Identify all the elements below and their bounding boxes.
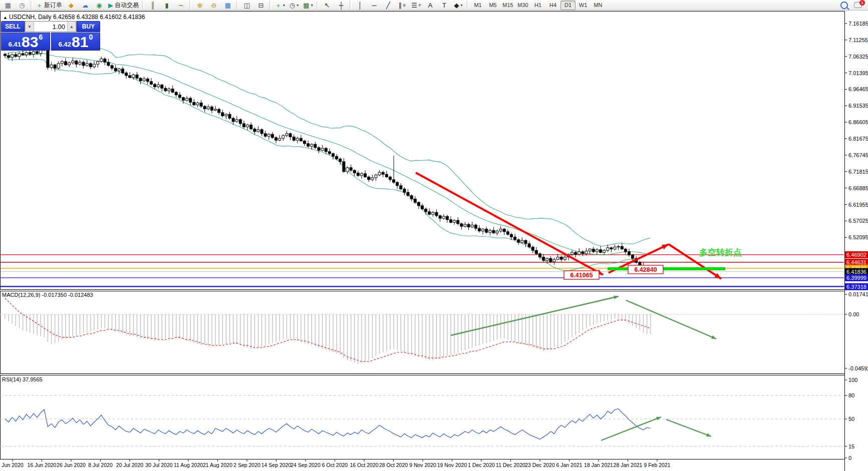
buy-price-sup: 0 [89, 33, 93, 41]
macd-axis-label: 0.017414 [848, 291, 868, 297]
price-badge-6.44631: 6.44631 [845, 259, 868, 266]
sell-price-small: 6.41 [9, 41, 21, 48]
sell-price-big: 83 [22, 35, 38, 49]
price-tick-label: 6.86605 [848, 119, 868, 125]
date-label[interactable]: 18 Jan 2021 [584, 462, 613, 468]
chart-canvas[interactable]: 7.161857.112557.063257.013956.964656.915… [0, 0, 868, 471]
pivot-point-text[interactable]: 多空转折点 [699, 247, 742, 257]
date-label[interactable]: 28 Oct 2020 [379, 462, 408, 468]
volume-input[interactable]: 1.00 [34, 22, 67, 32]
price-box-6.42840[interactable]: 6.42840 [628, 265, 663, 274]
volume-control: ▼ 1.00 ▲ [25, 21, 77, 32]
rsi-axis-label: 15 [848, 443, 854, 449]
rsi-panel-frame [1, 375, 845, 459]
price-tick-label: 6.71815 [848, 169, 868, 175]
date-label[interactable]: 9 Feb 2021 [644, 462, 670, 468]
price-tick-label: 6.76745 [848, 152, 868, 158]
date-label[interactable]: 26 Jun 2020 [57, 462, 86, 468]
price-tick-label: 6.96465 [848, 86, 868, 92]
date-label[interactable]: 23 Dec 2020 [525, 462, 555, 468]
support-bar[interactable] [608, 267, 725, 270]
sell-button[interactable]: SELL [1, 21, 25, 32]
price-tick-label: 7.06325 [848, 54, 868, 60]
buy-price[interactable]: 6.42 81 0 [51, 33, 100, 51]
price-tick-label: 6.57025 [848, 218, 868, 224]
price-tick-label: 6.66885 [848, 185, 868, 191]
svg-text:6.46902: 6.46902 [846, 252, 866, 258]
rsi-indicator-label: RSI(14) 37.9565 [2, 376, 43, 382]
date-label[interactable]: 19 Nov 2020 [437, 462, 467, 468]
date-label[interactable]: 20 Jul 2020 [116, 462, 143, 468]
date-label[interactable]: 8 Jul 2020 [88, 462, 113, 468]
buy-price-small: 6.42 [59, 41, 71, 48]
macd-indicator-label: MACD(12,26,9) -0.017350 -0.012483 [2, 292, 93, 298]
rsi-axis-label: 80 [848, 392, 854, 398]
price-box-6.41065[interactable]: 6.41065 [564, 271, 599, 279]
symbol-ohlc-label: USDCNH, Daily 6.42658 6.43288 6.41602 6.… [9, 14, 145, 21]
price-tick-label: 6.52095 [848, 234, 868, 240]
price-badge-6.37318: 6.37318 [845, 283, 868, 290]
price-tick-label: 7.11255 [848, 37, 868, 43]
date-label[interactable]: 16 Jun 2020 [28, 462, 57, 468]
date-label[interactable]: 14 Sep 2020 [261, 462, 292, 468]
price-badge-6.41836: 6.41836 [845, 268, 868, 275]
price-badge-6.39999: 6.39999 [845, 274, 868, 281]
date-label[interactable]: 6 Oct 2020 [322, 462, 348, 468]
one-click-trading-panel: SELL ▼ 1.00 ▲ BUY 6.41 83 6 6.42 81 0 [1, 21, 100, 51]
date-label[interactable]: 28 Jan 2021 [614, 462, 643, 468]
date-label[interactable]: Jun 2020 [2, 462, 23, 468]
svg-text:6.41836: 6.41836 [846, 269, 866, 275]
macd-axis-label: 0.00 [848, 311, 859, 317]
date-label[interactable]: 11 Dec 2020 [496, 462, 525, 468]
date-label[interactable]: 24 Sep 2020 [291, 462, 321, 468]
svg-text:6.42840: 6.42840 [634, 266, 657, 273]
date-label[interactable]: 30 Jul 2020 [145, 462, 172, 468]
rsi-axis-label: 100 [848, 377, 857, 383]
date-label[interactable]: 1 Dec 2020 [468, 462, 495, 468]
date-label[interactable]: 16 Oct 2020 [350, 462, 378, 468]
date-label[interactable]: 11 Aug 2020 [174, 462, 203, 468]
price-tick-label: 7.16185 [848, 21, 868, 27]
price-tick-label: 6.61955 [848, 202, 868, 208]
price-tick-label: 6.91535 [848, 103, 868, 109]
sell-price[interactable]: 6.41 83 6 [1, 33, 50, 51]
buy-price-big: 81 [72, 35, 88, 49]
volume-down-button[interactable]: ▼ [25, 22, 34, 32]
volume-up-button[interactable]: ▲ [67, 22, 76, 32]
svg-text:6.44631: 6.44631 [846, 259, 866, 265]
macd-axis-label: -0.045929 [848, 365, 868, 371]
svg-text:6.37318: 6.37318 [846, 284, 866, 290]
date-label[interactable]: 2 Sep 2020 [233, 462, 260, 468]
price-tick-label: 7.01395 [848, 70, 868, 76]
buy-button[interactable]: BUY [77, 21, 100, 32]
svg-text:6.39999: 6.39999 [846, 275, 866, 281]
mt4-terminal: { "toolbar": { "buttons": [ {"name":"cha… [0, 0, 868, 471]
rsi-axis-label: 0 [848, 455, 851, 461]
date-label[interactable]: 9 Nov 2020 [409, 462, 436, 468]
price-badge-6.46902: 6.46902 [845, 251, 868, 258]
price-tick-label: 6.81675 [848, 136, 868, 142]
collapse-arrow-icon[interactable]: ▲ [3, 15, 8, 20]
svg-text:6.41065: 6.41065 [570, 272, 593, 279]
sell-price-sup: 6 [39, 33, 43, 41]
date-label[interactable]: 21 Aug 2020 [203, 462, 232, 468]
chart-title: ▲USDCNH, Daily 6.42658 6.43288 6.41602 6… [3, 14, 145, 21]
rsi-axis-label: 50 [848, 416, 854, 422]
date-label[interactable]: 6 Jan 2021 [556, 462, 583, 468]
